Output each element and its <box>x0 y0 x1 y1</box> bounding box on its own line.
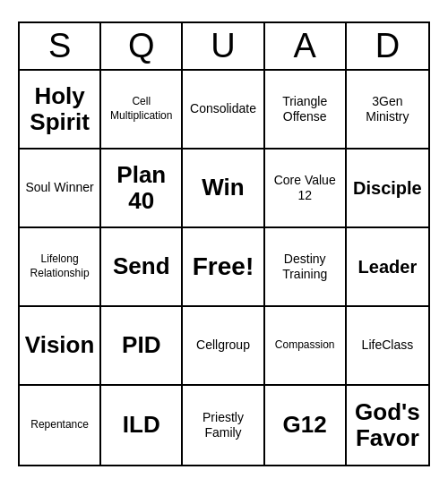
cell-text: Disciple <box>353 177 422 199</box>
cell-text: Cell Multiplication <box>105 95 177 123</box>
cell-r0-c3: Triangle Offense <box>265 71 347 150</box>
cell-r4-c4: God's Favor <box>347 386 428 465</box>
cell-r0-c2: Consolidate <box>183 71 264 150</box>
cell-text: LifeClass <box>362 337 414 353</box>
cell-text: Send <box>113 253 170 279</box>
cell-r3-c3: Compassion <box>265 307 347 386</box>
header-letter: D <box>347 23 428 69</box>
cell-text: Priestly Family <box>186 410 259 440</box>
cell-text: ILD <box>123 412 160 438</box>
cell-r1-c4: Disciple <box>347 150 428 228</box>
cell-text: Soul Winner <box>25 180 93 195</box>
cell-text: G12 <box>283 412 327 438</box>
cell-r2-c4: Leader <box>347 228 428 307</box>
cell-text: Triangle Offense <box>269 94 341 124</box>
cell-r2-c0: Lifelong Relationship <box>20 228 101 307</box>
header-letter: S <box>20 23 101 69</box>
cell-r0-c0: Holy Spirit <box>20 71 101 150</box>
cell-text: Consolidate <box>190 101 256 116</box>
bingo-card: SQUAD Holy SpiritCell MultiplicationCons… <box>18 21 430 466</box>
cell-text: God's Favor <box>350 399 425 450</box>
cell-r1-c1: Plan 40 <box>101 150 183 228</box>
cell-text: Plan 40 <box>105 162 177 213</box>
cell-r3-c1: PID <box>101 307 183 386</box>
header-letter: A <box>265 23 347 69</box>
cell-text: PID <box>122 332 160 358</box>
cell-r0-c1: Cell Multiplication <box>101 71 183 150</box>
cell-text: Free! <box>193 252 254 282</box>
cell-text: 3Gen Ministry <box>350 94 425 124</box>
cell-text: Holy Spirit <box>23 83 96 134</box>
cell-text: Core Value 12 <box>269 173 341 203</box>
cell-r1-c0: Soul Winner <box>20 150 101 228</box>
cell-text: Compassion <box>275 338 335 353</box>
bingo-header: SQUAD <box>20 23 428 71</box>
cell-r3-c4: LifeClass <box>347 307 428 386</box>
cell-r1-c2: Win <box>183 150 264 228</box>
header-letter: U <box>183 23 264 69</box>
cell-text: Leader <box>358 256 418 278</box>
cell-text: Repentance <box>30 418 89 432</box>
cell-r4-c3: G12 <box>265 386 347 465</box>
cell-text: Win <box>202 175 244 201</box>
cell-text: Vision <box>25 332 95 358</box>
cell-r4-c0: Repentance <box>20 386 101 465</box>
cell-r4-c1: ILD <box>101 386 183 465</box>
cell-r3-c0: Vision <box>20 307 101 386</box>
cell-r2-c1: Send <box>101 228 183 307</box>
cell-r4-c2: Priestly Family <box>183 386 264 465</box>
cell-text: Destiny Training <box>269 252 341 282</box>
cell-text: Cellgroup <box>196 337 250 353</box>
cell-r2-c3: Destiny Training <box>265 228 347 307</box>
cell-text: Lifelong Relationship <box>23 252 96 280</box>
cell-r1-c3: Core Value 12 <box>265 150 347 228</box>
cell-r3-c2: Cellgroup <box>183 307 264 386</box>
header-letter: Q <box>101 23 183 69</box>
bingo-grid: Holy SpiritCell MultiplicationConsolidat… <box>20 71 428 465</box>
cell-r0-c4: 3Gen Ministry <box>347 71 428 150</box>
cell-r2-c2: Free! <box>183 228 264 307</box>
